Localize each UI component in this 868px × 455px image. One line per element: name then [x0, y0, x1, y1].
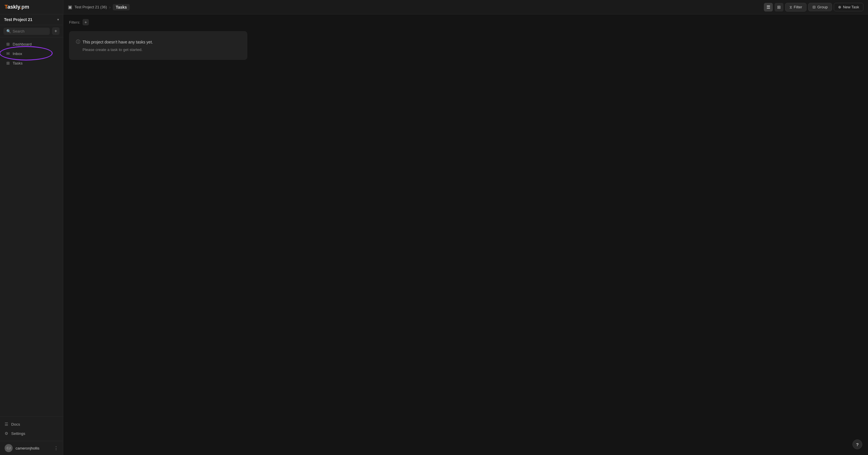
filter-icon: ⧖ — [789, 5, 792, 9]
filters-bar: Filters: + — [69, 19, 862, 25]
help-button[interactable]: ? — [852, 439, 862, 449]
sidebar-item-label: Tasks — [13, 61, 23, 65]
sidebar: Taskly.pm Test Project 21 ▾ 🔍 + ⊞ Dashbo… — [0, 0, 63, 455]
breadcrumb-separator: › — [109, 5, 111, 9]
group-button[interactable]: ⊟ Group — [808, 3, 832, 11]
sidebar-item-docs[interactable]: ☰ Docs — [0, 420, 63, 429]
filter-label: Filter — [794, 5, 802, 9]
grid-view-icon: ⊞ — [777, 5, 781, 10]
dashboard-icon: ⊞ — [6, 42, 10, 46]
chevron-down-icon: ▾ — [57, 18, 59, 22]
logo-area: Taskly.pm — [0, 0, 63, 15]
sidebar-item-dashboard[interactable]: ⊞ Dashboard — [2, 39, 61, 49]
filter-button[interactable]: ⧖ Filter — [785, 3, 806, 11]
breadcrumb: ▣ Test Project 21 (36) › Tasks — [68, 4, 130, 10]
search-input[interactable] — [13, 29, 47, 33]
new-task-icon: ⊕ — [838, 5, 841, 9]
search-bar: 🔍 + — [0, 25, 63, 37]
new-task-label: New Task — [843, 5, 859, 9]
filters-label: Filters: — [69, 20, 80, 25]
empty-state-subtitle: Please create a task to get started. — [76, 48, 241, 52]
breadcrumb-icon: ▣ — [68, 4, 72, 10]
more-icon[interactable]: ⋮ — [54, 446, 58, 451]
group-icon: ⊟ — [812, 5, 816, 9]
project-name: Test Project 21 — [4, 17, 32, 22]
sidebar-item-label: Dashboard — [13, 42, 32, 46]
project-selector[interactable]: Test Project 21 ▾ — [0, 15, 63, 25]
settings-icon: ⚙ — [5, 431, 8, 436]
sidebar-item-tasks[interactable]: ⊞ Tasks — [2, 58, 61, 68]
topbar: ▣ Test Project 21 (36) › Tasks ☰ ⊞ ⧖ Fil… — [63, 0, 868, 15]
tasks-icon: ⊞ — [6, 61, 10, 65]
sidebar-nav: ⊞ Dashboard ✉ Inbox ⊞ Tasks — [0, 37, 63, 417]
avatar: CJ — [5, 444, 13, 452]
docs-icon: ☰ — [5, 422, 8, 426]
empty-state-title: ⓘ This project doesn't have any tasks ye… — [76, 39, 241, 45]
app-logo: Taskly.pm — [5, 4, 29, 10]
new-task-button[interactable]: ⊕ New Task — [834, 3, 863, 11]
search-icon: 🔍 — [6, 29, 11, 33]
topbar-actions: ☰ ⊞ ⧖ Filter ⊟ Group ⊕ New Task — [764, 3, 863, 11]
info-icon: ⓘ — [76, 39, 80, 45]
docs-label: Docs — [11, 422, 20, 426]
sidebar-item-label: Inbox — [13, 52, 22, 56]
inbox-icon: ✉ — [6, 51, 10, 56]
filter-add-button[interactable]: + — [83, 19, 89, 25]
sidebar-item-settings[interactable]: ⚙ Settings — [0, 429, 63, 438]
sidebar-item-inbox[interactable]: ✉ Inbox — [2, 49, 61, 58]
user-row[interactable]: CJ cameronjhollis ⋮ — [0, 441, 63, 455]
view-grid-button[interactable]: ⊞ — [775, 3, 783, 11]
search-wrapper[interactable]: 🔍 — [3, 28, 50, 35]
sidebar-bottom: ☰ Docs ⚙ Settings — [0, 417, 63, 441]
breadcrumb-current: Tasks — [113, 4, 130, 10]
content-area: Filters: + ⓘ This project doesn't have a… — [63, 15, 868, 455]
empty-state: ⓘ This project doesn't have any tasks ye… — [69, 31, 247, 60]
main-area: ▣ Test Project 21 (36) › Tasks ☰ ⊞ ⧖ Fil… — [63, 0, 868, 455]
add-button[interactable]: + — [52, 27, 60, 35]
group-label: Group — [817, 5, 828, 9]
view-list-button[interactable]: ☰ — [764, 3, 773, 11]
empty-state-heading: This project doesn't have any tasks yet. — [83, 40, 153, 44]
settings-label: Settings — [11, 431, 25, 436]
list-view-icon: ☰ — [767, 5, 770, 10]
breadcrumb-project[interactable]: Test Project 21 (36) — [74, 5, 107, 9]
username: cameronjhollis — [16, 446, 51, 450]
